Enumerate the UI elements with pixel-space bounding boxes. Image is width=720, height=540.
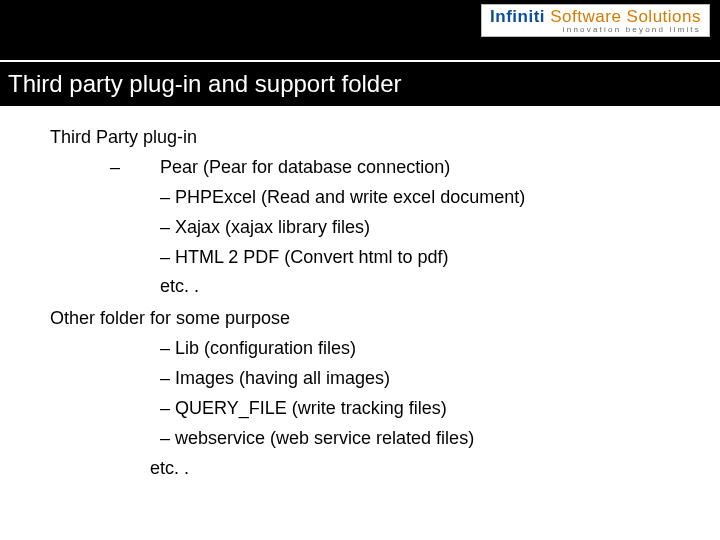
section2-item: Images (having all images) (160, 365, 670, 393)
section1-heading: Third Party plug-in (50, 124, 670, 152)
section1-item: Xajax (xajax library files) (160, 214, 670, 242)
section1-first-bullet: –Pear (Pear for database connection) (110, 154, 670, 182)
dash-icon: – (110, 154, 160, 182)
slide: Infiniti Software Solutions innovation b… (0, 0, 720, 540)
section2-item: webservice (web service related files) (160, 425, 670, 453)
brand-tagline: innovation beyond limits (490, 26, 701, 34)
section2-item: QUERY_FILE (write tracking files) (160, 395, 670, 423)
title-band: Third party plug-in and support folder (0, 62, 720, 106)
section1-first-bullet-text: Pear (Pear for database connection) (160, 157, 450, 177)
brand-name-1: Infiniti (490, 7, 545, 26)
slide-body: Third Party plug-in –Pear (Pear for data… (50, 120, 670, 485)
section2-heading: Other folder for some purpose (50, 305, 670, 333)
slide-title: Third party plug-in and support folder (0, 70, 402, 98)
section1-etc: etc. . (160, 273, 670, 301)
brand-logo-line1: Infiniti Software Solutions (490, 8, 701, 25)
section1-item: PHPExcel (Read and write excel document) (160, 184, 670, 212)
section2-etc: etc. . (150, 455, 670, 483)
brand-name-2: Software Solutions (550, 7, 701, 26)
section2-item: Lib (configuration files) (160, 335, 670, 363)
section1-item: HTML 2 PDF (Convert html to pdf) (160, 244, 670, 272)
brand-logo: Infiniti Software Solutions innovation b… (481, 4, 710, 37)
